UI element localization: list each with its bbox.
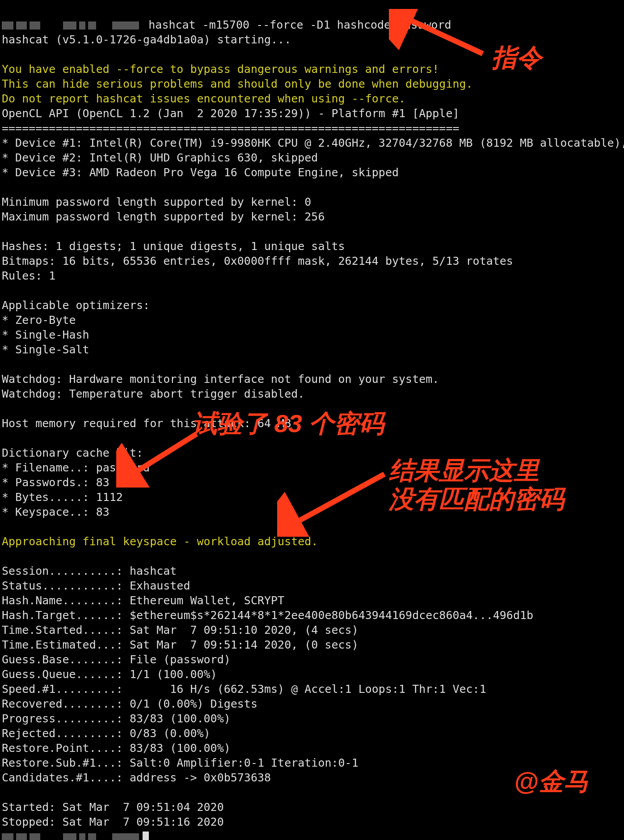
optimizer-zero-byte: * Zero-Byte	[2, 314, 76, 327]
prompt-redacted	[2, 18, 142, 31]
stat-recovered: Recovered........: 0/1 (0.00%) Digests	[2, 697, 257, 710]
stat-status: Status...........: Exhausted	[2, 579, 190, 592]
stopped-line: Stopped: Sat Mar 7 09:51:16 2020	[2, 815, 224, 828]
rules-line: Rules: 1	[2, 269, 55, 282]
separator-line: ========================================…	[2, 122, 460, 135]
watchdog-2: Watchdog: Temperature abort trigger disa…	[2, 387, 304, 400]
stat-progress: Progress.........: 83/83 (100.00%)	[2, 712, 231, 725]
prompt-redacted-2	[2, 830, 142, 840]
dict-filename: * Filename..: password	[2, 461, 150, 474]
dict-cache-header: Dictionary cache hit:	[2, 446, 143, 459]
command-line: hashcat -m15700 --force -D1 hashcode pas…	[142, 18, 451, 31]
device-1: * Device #1: Intel(R) Core(TM) i9-9980HK…	[2, 136, 624, 149]
device-3: * Device #3: AMD Radeon Pro Vega 16 Comp…	[2, 166, 399, 179]
stat-time-estimated: Time.Estimated...: Sat Mar 7 09:51:14 20…	[2, 638, 358, 651]
dict-bytes: * Bytes.....: 1112	[2, 491, 123, 504]
started-line: Started: Sat Mar 7 09:51:04 2020	[2, 801, 224, 814]
stat-hash-name: Hash.Name........: Ethereum Wallet, SCRY…	[2, 594, 284, 607]
dict-keyspace: * Keyspace..: 83	[2, 505, 110, 518]
stat-session: Session..........: hashcat	[2, 564, 177, 577]
max-password-len: Maximum password length supported by ker…	[2, 210, 325, 223]
min-password-len: Minimum password length supported by ker…	[2, 195, 311, 208]
optimizer-single-salt: * Single-Salt	[2, 343, 89, 356]
device-2: * Device #2: Intel(R) UHD Graphics 630, …	[2, 151, 318, 164]
dict-passwords: * Passwords.: 83	[2, 476, 110, 489]
bitmaps-line: Bitmaps: 16 bits, 65536 entries, 0x0000f…	[2, 255, 513, 267]
starting-line: hashcat (v5.1.0-1726-ga4db1a0a) starting…	[2, 33, 291, 46]
stat-guess-queue: Guess.Queue......: 1/1 (100.00%)	[2, 668, 217, 681]
force-warning-3: Do not report hashcat issues encountered…	[2, 92, 405, 105]
stat-restore-sub: Restore.Sub.#1...: Salt:0 Amplifier:0-1 …	[2, 756, 358, 769]
stat-candidates: Candidates.#1....: address -> 0x0b573638	[2, 771, 271, 784]
approaching-line: Approaching final keyspace - workload ad…	[2, 535, 318, 548]
watchdog-1: Watchdog: Hardware monitoring interface …	[2, 373, 439, 386]
host-memory: Host memory required for this attack: 64…	[2, 417, 291, 430]
stat-time-started: Time.Started.....: Sat Mar 7 09:51:10 20…	[2, 624, 358, 636]
force-warning-2: This can hide serious problems and shoul…	[2, 77, 473, 90]
stat-guess-base: Guess.Base.......: File (password)	[2, 653, 231, 666]
opencl-header: OpenCL API (OpenCL 1.2 (Jan 2 2020 17:35…	[2, 107, 460, 120]
stat-restore-point: Restore.Point....: 83/83 (100.00%)	[2, 742, 231, 755]
terminal-output: hashcat -m15700 --force -D1 hashcode pas…	[0, 0, 624, 840]
optimizer-single-hash: * Single-Hash	[2, 328, 89, 341]
stat-rejected: Rejected.........: 0/83 (0.00%)	[2, 727, 211, 740]
optimizers-header: Applicable optimizers:	[2, 299, 150, 312]
stat-hash-target: Hash.Target......: $ethereum$s*262144*8*…	[2, 609, 533, 622]
stat-speed: Speed.#1.........: 16 H/s (662.53ms) @ A…	[2, 683, 486, 696]
hashes-line: Hashes: 1 digests; 1 unique digests, 1 u…	[2, 240, 345, 253]
force-warning-1: You have enabled --force to bypass dange…	[2, 63, 439, 76]
cursor-icon	[143, 832, 149, 840]
